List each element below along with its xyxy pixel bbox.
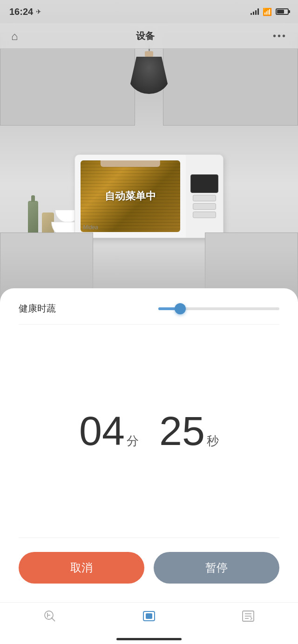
timer-seconds: 25 (159, 411, 205, 451)
nav-bar: ⌂ 设备 ••• (0, 23, 298, 49)
tab-profile[interactable] (199, 608, 298, 624)
cancel-button[interactable]: 取消 (19, 552, 144, 584)
timer-seconds-unit: 秒 (207, 433, 219, 449)
timer-minutes: 04 (79, 411, 125, 451)
status-time: 16:24 (9, 7, 33, 17)
slider-track[interactable] (158, 307, 279, 310)
device-tab-icon (141, 608, 157, 624)
microwave-brand: Midea (83, 224, 98, 231)
status-left: 16:24 ✈ (9, 7, 41, 17)
food-tab-icon (42, 608, 58, 624)
timer-display: 04 分 25 秒 (19, 325, 279, 538)
svg-rect-5 (146, 614, 152, 618)
tab-bar (0, 602, 298, 644)
microwave-controls (186, 155, 223, 238)
slider-label: 健康时蔬 (19, 302, 56, 315)
status-right: 📶 (251, 7, 289, 16)
pause-button[interactable]: 暂停 (154, 552, 279, 584)
svg-line-1 (51, 617, 55, 621)
status-bar: 16:24 ✈ 📶 (0, 0, 298, 23)
microwave-status: 自动菜单中 (105, 189, 156, 203)
control-panel: 健康时蔬 04 分 25 秒 取消 暂停 (0, 288, 298, 602)
profile-tab-icon (240, 608, 256, 624)
tab-food[interactable] (0, 608, 99, 624)
action-buttons: 取消 暂停 (19, 552, 279, 588)
bottom-divider (19, 538, 279, 538)
timer-seconds-group: 25 秒 (159, 411, 219, 451)
battery-icon (276, 8, 289, 15)
home-icon: ⌂ (11, 30, 18, 43)
slider-row: 健康时蔬 (19, 302, 279, 325)
microwave-image: 自动菜单中 Midea (74, 154, 224, 238)
timer-separator (143, 427, 155, 435)
location-icon: ✈ (36, 8, 41, 15)
signal-icon (251, 8, 259, 15)
page-title: 设备 (136, 30, 155, 42)
back-button[interactable]: ⌂ (11, 30, 18, 43)
more-button[interactable]: ••• (273, 31, 287, 41)
slider-thumb[interactable] (175, 303, 186, 314)
slider-wrapper[interactable] (158, 307, 279, 310)
home-indicator (116, 638, 182, 640)
timer-minutes-unit: 分 (127, 433, 139, 449)
tab-device[interactable] (99, 608, 198, 624)
timer-minutes-group: 04 分 (79, 411, 139, 451)
wifi-icon: 📶 (263, 7, 272, 16)
